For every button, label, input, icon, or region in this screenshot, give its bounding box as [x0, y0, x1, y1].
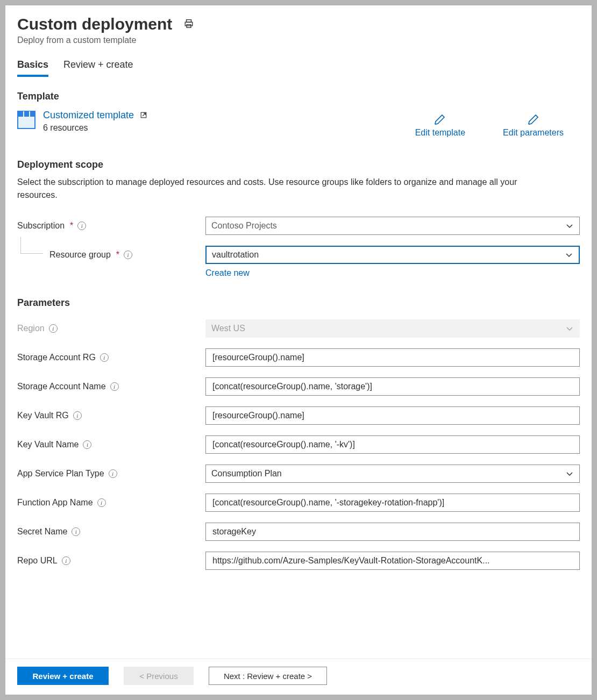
storage-account-rg-input[interactable] — [205, 348, 580, 367]
chevron-down-icon — [565, 469, 574, 478]
subscription-select[interactable]: Contoso Projects — [205, 217, 580, 235]
edit-parameters-button[interactable]: Edit parameters — [503, 113, 564, 138]
region-label: Region — [17, 324, 45, 333]
repo-url-label: Repo URL — [17, 556, 58, 566]
info-icon[interactable]: i — [110, 382, 119, 391]
page-title: Custom deployment — [17, 15, 172, 33]
secret-name-input[interactable] — [205, 523, 580, 541]
key-vault-rg-input[interactable] — [205, 406, 580, 425]
customized-template-label: Customized template — [43, 110, 134, 120]
edit-parameters-label: Edit parameters — [503, 128, 564, 138]
info-icon[interactable]: i — [73, 411, 82, 420]
app-service-plan-type-select[interactable]: Consumption Plan — [205, 465, 580, 483]
scope-description: Select the subscription to manage deploy… — [17, 176, 534, 202]
pencil-icon — [527, 113, 540, 126]
tabs: Basics Review + create — [17, 59, 580, 77]
secret-name-field[interactable] — [211, 523, 574, 540]
section-parameters-heading: Parameters — [17, 297, 580, 309]
required-icon: * — [116, 250, 119, 260]
template-resource-count: 6 resources — [43, 123, 147, 133]
deployment-page: Custom deployment Deploy from a custom t… — [5, 5, 592, 695]
function-app-name-field[interactable] — [211, 494, 574, 511]
review-create-button[interactable]: Review + create — [17, 667, 109, 685]
subscription-label: Subscription — [17, 221, 65, 231]
edit-template-label: Edit template — [415, 128, 465, 138]
chevron-down-icon — [565, 324, 574, 333]
edit-template-button[interactable]: Edit template — [415, 113, 465, 138]
section-template-heading: Template — [17, 91, 580, 102]
key-vault-name-label: Key Vault Name — [17, 440, 79, 449]
info-icon[interactable]: i — [97, 498, 106, 507]
app-service-plan-type-label: App Service Plan Type — [17, 469, 104, 478]
key-vault-name-field[interactable] — [211, 436, 574, 453]
function-app-name-label: Function App Name — [17, 498, 93, 508]
secret-name-label: Secret Name — [17, 527, 67, 537]
svg-rect-1 — [186, 22, 193, 26]
info-icon[interactable]: i — [72, 527, 80, 536]
print-icon[interactable] — [184, 19, 194, 30]
storage-account-name-field[interactable] — [211, 378, 574, 395]
region-select: West US — [205, 319, 580, 338]
create-new-rg-link[interactable]: Create new — [205, 268, 250, 277]
tab-basics[interactable]: Basics — [17, 59, 48, 77]
subscription-value: Contoso Projects — [211, 221, 277, 231]
info-icon[interactable]: i — [77, 222, 86, 230]
repo-url-input[interactable] — [205, 552, 580, 570]
info-icon[interactable]: i — [83, 440, 91, 449]
chevron-down-icon — [565, 222, 574, 230]
customized-template-link[interactable]: Customized template — [43, 110, 147, 120]
info-icon[interactable]: i — [124, 251, 132, 259]
app-service-plan-type-value: Consumption Plan — [211, 469, 282, 478]
page-subtitle: Deploy from a custom template — [17, 35, 580, 45]
chevron-down-icon — [565, 251, 573, 259]
region-value: West US — [211, 324, 245, 333]
info-icon[interactable]: i — [100, 353, 109, 362]
resource-group-value: vaultrotation — [212, 250, 259, 260]
resource-group-select[interactable]: vaultrotation — [205, 246, 580, 264]
template-icon — [17, 111, 35, 129]
popout-icon — [140, 111, 147, 119]
info-icon[interactable]: i — [49, 324, 58, 333]
info-icon[interactable]: i — [62, 556, 70, 565]
key-vault-rg-label: Key Vault RG — [17, 411, 69, 420]
footer: Review + create < Previous Next : Review… — [5, 659, 592, 695]
storage-account-rg-label: Storage Account RG — [17, 353, 96, 362]
function-app-name-input[interactable] — [205, 494, 580, 512]
info-icon[interactable]: i — [109, 469, 117, 478]
key-vault-rg-field[interactable] — [211, 407, 574, 424]
resource-group-label: Resource group — [49, 250, 111, 260]
storage-account-name-label: Storage Account Name — [17, 382, 106, 391]
next-button[interactable]: Next : Review + create > — [209, 667, 327, 685]
key-vault-name-input[interactable] — [205, 435, 580, 454]
section-scope-heading: Deployment scope — [17, 159, 580, 170]
storage-account-rg-field[interactable] — [211, 349, 574, 366]
svg-rect-4 — [18, 111, 35, 117]
tab-review-create[interactable]: Review + create — [63, 59, 133, 77]
repo-url-field[interactable] — [211, 552, 574, 569]
pencil-icon — [433, 113, 446, 126]
storage-account-name-input[interactable] — [205, 377, 580, 396]
required-icon: * — [70, 221, 73, 231]
previous-button: < Previous — [124, 667, 194, 685]
